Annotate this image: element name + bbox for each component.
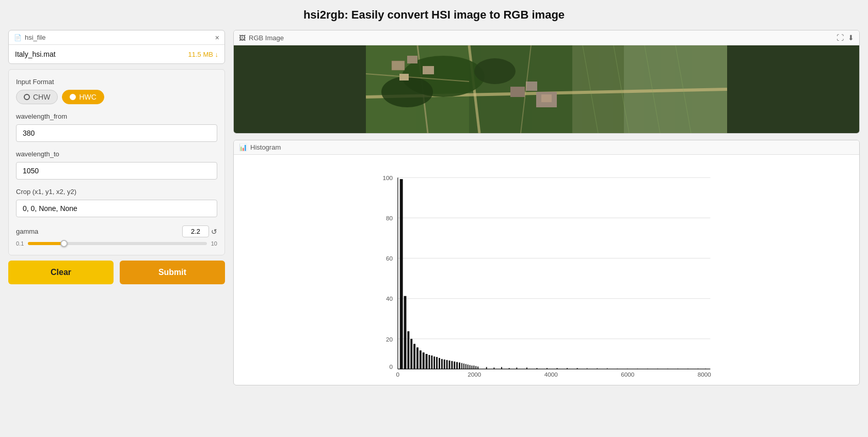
svg-rect-84 bbox=[587, 368, 587, 369]
radio-group: CHW HWC bbox=[16, 90, 217, 104]
svg-rect-85 bbox=[597, 368, 598, 369]
file-name: Italy_hsi.mat bbox=[15, 50, 56, 58]
svg-rect-61 bbox=[454, 362, 455, 369]
svg-rect-14 bbox=[510, 87, 525, 97]
svg-text:80: 80 bbox=[386, 215, 393, 221]
svg-rect-43 bbox=[404, 296, 407, 369]
histogram-container: 100 80 60 40 20 0 0 bbox=[234, 155, 859, 385]
file-upload-header-left: 📄 hsi_file bbox=[14, 34, 45, 41]
gamma-slider-thumb[interactable] bbox=[60, 240, 68, 247]
svg-rect-44 bbox=[407, 331, 409, 369]
svg-rect-76 bbox=[509, 368, 510, 369]
gamma-slider-track[interactable] bbox=[28, 242, 206, 245]
svg-rect-45 bbox=[410, 339, 412, 369]
svg-rect-88 bbox=[627, 368, 628, 369]
gamma-reset-button[interactable]: ↺ bbox=[211, 228, 217, 236]
wavelength-from-label: wavelength_from bbox=[16, 112, 217, 120]
crop-label: Crop (x1, y1, x2, y2) bbox=[16, 188, 217, 196]
svg-rect-68 bbox=[470, 365, 471, 369]
page-title: hsi2rgb: Easily convert HSI image to RGB… bbox=[8, 8, 860, 22]
svg-rect-82 bbox=[567, 368, 568, 369]
close-file-button[interactable]: × bbox=[215, 34, 219, 41]
histogram-card-header: 📊 Histogram bbox=[234, 140, 859, 155]
rgb-image-card: 🖼 RGB Image ⛶ ⬇ bbox=[233, 30, 860, 134]
gamma-row: gamma ↺ bbox=[16, 225, 217, 237]
svg-rect-81 bbox=[557, 368, 558, 369]
svg-rect-75 bbox=[501, 367, 502, 369]
radio-hwc[interactable]: HWC bbox=[62, 90, 104, 104]
svg-text:6000: 6000 bbox=[621, 371, 635, 377]
main-layout: 📄 hsi_file × Italy_hsi.mat 11.5 MB ↓ Inp… bbox=[8, 30, 860, 385]
svg-rect-59 bbox=[449, 361, 451, 369]
svg-rect-63 bbox=[459, 363, 460, 369]
wavelength-to-label: wavelength_to bbox=[16, 150, 217, 158]
svg-rect-74 bbox=[493, 367, 494, 369]
svg-point-8 bbox=[381, 76, 433, 107]
svg-text:2000: 2000 bbox=[468, 371, 481, 377]
svg-point-9 bbox=[474, 58, 516, 84]
svg-rect-80 bbox=[546, 368, 548, 369]
expand-button[interactable]: ⛶ bbox=[837, 34, 844, 42]
svg-rect-11 bbox=[407, 56, 417, 63]
input-format-group: Input Format CHW HWC bbox=[16, 78, 217, 104]
svg-rect-60 bbox=[451, 361, 453, 369]
radio-hwc-dot bbox=[70, 94, 76, 100]
svg-rect-95 bbox=[698, 368, 698, 369]
rgb-image-svg bbox=[234, 45, 859, 133]
svg-rect-87 bbox=[617, 368, 618, 369]
wavelength-from-input[interactable] bbox=[16, 124, 217, 142]
svg-rect-91 bbox=[657, 368, 658, 369]
wavelength-from-group: wavelength_from bbox=[16, 112, 217, 142]
crop-input[interactable] bbox=[16, 200, 217, 217]
rgb-card-header: 🖼 RGB Image ⛶ ⬇ bbox=[234, 30, 859, 45]
svg-rect-56 bbox=[441, 359, 443, 369]
svg-rect-71 bbox=[475, 366, 476, 369]
svg-rect-55 bbox=[439, 358, 440, 369]
svg-rect-48 bbox=[420, 350, 422, 369]
slider-max-label: 10 bbox=[211, 240, 217, 247]
histogram-icon: 📊 bbox=[239, 143, 247, 151]
svg-rect-12 bbox=[423, 66, 434, 74]
svg-rect-10 bbox=[392, 61, 405, 70]
svg-rect-69 bbox=[471, 366, 472, 369]
svg-rect-94 bbox=[687, 368, 688, 369]
gamma-input[interactable] bbox=[182, 225, 209, 237]
input-format-label: Input Format bbox=[16, 78, 217, 86]
gamma-slider-fill bbox=[28, 242, 63, 245]
slider-row: 0.1 10 bbox=[16, 240, 217, 247]
rgb-image-icon: 🖼 bbox=[239, 34, 246, 42]
radio-chw[interactable]: CHW bbox=[16, 90, 58, 104]
download-button[interactable]: ⬇ bbox=[848, 34, 854, 42]
rgb-card-header-left: 🖼 RGB Image bbox=[239, 34, 284, 42]
svg-rect-79 bbox=[536, 368, 537, 369]
svg-rect-92 bbox=[667, 368, 668, 369]
svg-rect-50 bbox=[426, 354, 428, 369]
rgb-image-title: RGB Image bbox=[249, 34, 284, 42]
svg-rect-78 bbox=[526, 367, 527, 369]
file-upload-box: 📄 hsi_file × Italy_hsi.mat 11.5 MB ↓ bbox=[8, 30, 225, 64]
svg-text:20: 20 bbox=[386, 336, 393, 343]
svg-text:60: 60 bbox=[386, 255, 393, 262]
svg-rect-23 bbox=[541, 94, 552, 102]
svg-text:100: 100 bbox=[383, 174, 393, 181]
svg-rect-64 bbox=[461, 363, 462, 369]
right-panel: 🖼 RGB Image ⛶ ⬇ bbox=[233, 30, 860, 385]
svg-rect-83 bbox=[577, 368, 578, 369]
wavelength-to-input[interactable] bbox=[16, 162, 217, 180]
svg-rect-77 bbox=[516, 367, 517, 369]
svg-rect-89 bbox=[637, 368, 638, 369]
svg-rect-96 bbox=[705, 368, 706, 369]
file-icon: 📄 bbox=[14, 34, 22, 41]
svg-text:8000: 8000 bbox=[698, 371, 712, 377]
svg-text:0: 0 bbox=[390, 363, 393, 370]
clear-button[interactable]: Clear bbox=[8, 261, 114, 284]
svg-rect-65 bbox=[463, 364, 464, 369]
svg-rect-66 bbox=[465, 364, 467, 369]
gamma-group: gamma ↺ 0.1 10 bbox=[16, 225, 217, 247]
svg-rect-51 bbox=[428, 355, 430, 369]
controls-panel: Input Format CHW HWC wavelength_from bbox=[8, 69, 225, 255]
svg-text:0: 0 bbox=[396, 371, 400, 377]
svg-rect-73 bbox=[486, 367, 487, 369]
submit-button[interactable]: Submit bbox=[120, 261, 225, 284]
svg-rect-46 bbox=[413, 344, 415, 369]
